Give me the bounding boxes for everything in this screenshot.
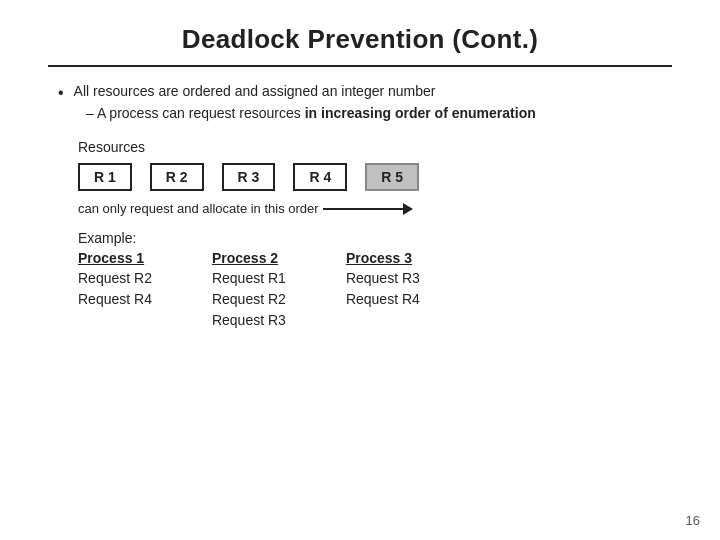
arrow-line [323, 208, 403, 210]
process-1-request-2: Request R4 [78, 289, 152, 310]
arrowhead [403, 203, 413, 215]
arrow-graphic [323, 203, 672, 215]
resource-box-r5: R 5 [365, 163, 419, 191]
process-3-request-1: Request R3 [346, 268, 420, 289]
example-col-2: Process 2 Request R1 Request R2 Request … [212, 230, 286, 331]
sub-bullet-prefix: – A process can request resources [86, 105, 305, 121]
resource-box-r2: R 2 [150, 163, 204, 191]
arrow-row: can only request and allocate in this or… [78, 201, 672, 216]
bullet-section: • All resources are ordered and assigned… [58, 83, 672, 121]
example-label-spacer [212, 230, 286, 246]
bullet-dot: • [58, 83, 64, 102]
example-section: Example: Process 1 Request R2 Request R4… [78, 230, 672, 331]
example-col-3: Process 3 Request R3 Request R4 [346, 230, 420, 331]
resources-label: Resources [78, 139, 672, 155]
resource-box-r4: R 4 [293, 163, 347, 191]
example-col-label: Example: Process 1 Request R2 Request R4 [78, 230, 152, 331]
sub-bullet: – A process can request resources in inc… [86, 105, 672, 121]
resource-box-r3: R 3 [222, 163, 276, 191]
title-divider [48, 65, 672, 67]
process-2-request-1: Request R1 [212, 268, 286, 289]
process-1-name: Process 1 [78, 250, 152, 266]
example-label: Example: [78, 230, 152, 246]
arrow-label: can only request and allocate in this or… [78, 201, 319, 216]
resource-boxes: R 1 R 2 R 3 R 4 R 5 [78, 163, 672, 191]
sub-bullet-bold: in increasing order of enumeration [305, 105, 536, 121]
process-2-name: Process 2 [212, 250, 286, 266]
process-2-request-3: Request R3 [212, 310, 286, 331]
slide-title: Deadlock Prevention (Cont.) [48, 24, 672, 55]
page-number: 16 [686, 513, 700, 528]
example-label-spacer-2 [346, 230, 420, 246]
process-3-name: Process 3 [346, 250, 420, 266]
process-3-request-2: Request R4 [346, 289, 420, 310]
resource-box-r1: R 1 [78, 163, 132, 191]
process-1-request-1: Request R2 [78, 268, 152, 289]
process-2-request-2: Request R2 [212, 289, 286, 310]
bullet-main-text: All resources are ordered and assigned a… [74, 83, 436, 99]
resources-section: Resources R 1 R 2 R 3 R 4 R 5 [78, 139, 672, 191]
